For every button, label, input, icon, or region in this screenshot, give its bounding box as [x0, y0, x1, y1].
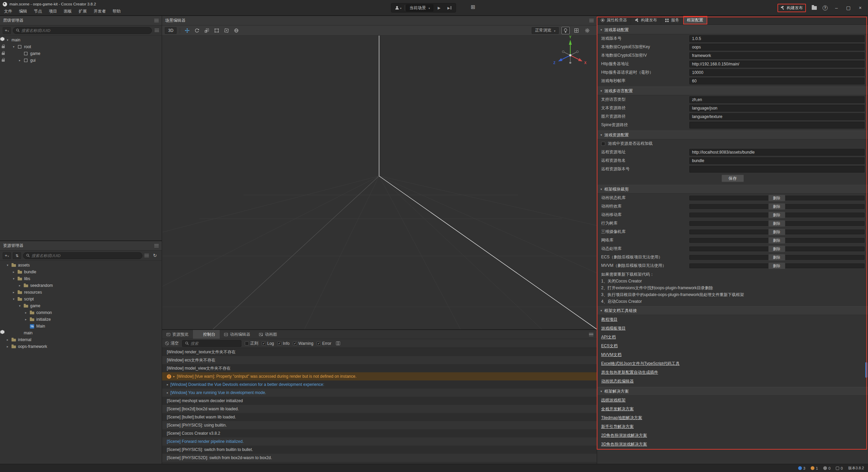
doc-link[interactable]: API文档	[601, 334, 616, 340]
assets-search[interactable]	[23, 252, 142, 259]
lock-icon[interactable]	[2, 53, 5, 55]
doc-link[interactable]: MVVM文档	[601, 352, 622, 358]
expand-arrow-icon[interactable]: ▾	[7, 38, 11, 42]
panel-menu-icon[interactable]	[154, 244, 159, 247]
checkbox-checked-icon[interactable]	[293, 341, 297, 346]
move-tool-button[interactable]	[183, 27, 191, 34]
module-delete-button[interactable]: 删除	[768, 203, 785, 210]
refresh-assets-button[interactable]	[151, 252, 159, 259]
solution-link[interactable]: 3D角色扮演游戏解决方案	[601, 441, 647, 447]
expand-arrow-icon[interactable]: ▸	[25, 318, 29, 321]
log-expander-icon[interactable]: ▸	[167, 383, 169, 386]
doc-link[interactable]: 教程项目	[601, 317, 617, 322]
inspector-tab[interactable]: 服务	[661, 16, 683, 24]
scene-settings-button[interactable]	[583, 27, 591, 34]
scene-viewport[interactable]: Y X Z	[162, 36, 597, 329]
expand-arrow-icon[interactable]: ▾	[13, 297, 17, 301]
grid-toggle-button[interactable]	[572, 27, 580, 34]
expand-arrow-icon[interactable]: ▾	[13, 45, 17, 48]
inspector-tab[interactable]: 框架配置	[683, 16, 707, 24]
field-input[interactable]	[689, 61, 865, 67]
expand-arrow-icon[interactable]: ▾	[19, 304, 23, 308]
task-count[interactable]: 0	[836, 466, 843, 470]
sort-assets-button[interactable]	[13, 252, 21, 259]
doc-link[interactable]: 游戏模板项目	[601, 326, 626, 331]
mode-3d-button[interactable]: 3D	[165, 27, 177, 34]
field-input[interactable]	[689, 105, 865, 112]
doc-link[interactable]: ECS文档	[601, 343, 618, 349]
field-input[interactable]	[689, 157, 865, 164]
checkbox-checked-icon[interactable]	[262, 341, 266, 346]
console-log-row[interactable]: [Window] ecs文件夹不存在	[162, 356, 597, 364]
hierarchy-node[interactable]: ▾ root	[0, 43, 162, 50]
section-header[interactable]: 框架模块裁剪	[597, 185, 868, 194]
play-button[interactable]	[435, 4, 443, 12]
minimize-button[interactable]: –	[833, 5, 840, 11]
console-log-row[interactable]: [Window] model_view文件夹不存在	[162, 364, 597, 372]
warning-count[interactable]: 1	[811, 466, 818, 470]
console-log-row[interactable]: [Scene] [PHYSICS2D]: switch from box2d-w…	[162, 454, 597, 462]
menu-item[interactable]: 面板	[60, 8, 75, 14]
console-tab[interactable]: 动画编辑器	[220, 330, 255, 339]
lock-icon[interactable]	[2, 46, 5, 48]
hierarchy-node[interactable]: game	[0, 50, 162, 57]
checkbox-unchecked-icon[interactable]	[245, 341, 249, 346]
field-input[interactable]	[689, 35, 865, 42]
log-expander-icon[interactable]: ▸	[167, 391, 169, 394]
module-delete-button[interactable]: 删除	[768, 262, 785, 269]
expand-arrow-icon[interactable]: ▸	[25, 311, 29, 314]
expand-arrow-icon[interactable]: ▸	[13, 291, 17, 294]
add-asset-button[interactable]	[3, 252, 11, 259]
clear-console-button[interactable]: 清空	[165, 340, 179, 346]
doc-link[interactable]: 动画状态机编辑器	[601, 378, 634, 384]
help-icon[interactable]	[823, 5, 828, 11]
hierarchy-node[interactable]: ▾ main	[0, 37, 162, 43]
project-folder-icon[interactable]	[812, 6, 817, 10]
menu-item[interactable]: 帮助	[109, 8, 124, 14]
inspector-tab[interactable]: 属性检查器	[597, 16, 631, 24]
view-mode-select[interactable]: 正常浏览	[532, 27, 559, 34]
expand-arrow-icon[interactable]: ▸	[19, 59, 23, 62]
asset-node[interactable]: ▾ game	[0, 302, 162, 309]
doc-link[interactable]: 原生包热更新配置自动生成插件	[601, 370, 658, 375]
section-header[interactable]: 游戏资源配置	[597, 131, 868, 139]
lighting-toggle-button[interactable]	[561, 27, 570, 34]
expand-arrow-icon[interactable]: ▾	[13, 277, 17, 280]
remote-load-checkbox[interactable]	[601, 142, 605, 146]
asset-node[interactable]: ▸ initialize	[0, 316, 162, 323]
asset-node[interactable]: ▾ assets	[0, 262, 162, 269]
current-scene-select[interactable]: 当前场景	[406, 4, 433, 12]
console-log-row[interactable]: [Scene] meshopt wasm decoder initialized	[162, 397, 597, 405]
field-input[interactable]	[689, 96, 865, 103]
transform-tool-button[interactable]	[222, 27, 231, 34]
console-tab[interactable]: 动画图	[255, 330, 281, 339]
console-log-row[interactable]: [Scene] [PHYSICS]: using builtin.	[162, 421, 597, 429]
log-filter-toggle[interactable]: Error	[317, 341, 331, 346]
section-header[interactable]: 框架解决方案	[597, 387, 868, 396]
asset-node[interactable]: Main	[0, 323, 162, 330]
assets-search-input[interactable]	[32, 254, 139, 258]
solution-link[interactable]: 战棋游戏框架	[601, 397, 626, 403]
module-delete-button[interactable]: 删除	[768, 254, 785, 261]
menu-item[interactable]: 扩展	[75, 8, 90, 14]
expand-arrow-icon[interactable]: ▸	[19, 284, 23, 287]
error-count[interactable]: 0	[823, 466, 830, 470]
menu-item[interactable]: 节点	[31, 8, 45, 14]
inspector-tab[interactable]: 构建发布	[631, 16, 661, 24]
expand-arrow-icon[interactable]: ▸	[7, 338, 11, 341]
solution-link[interactable]: 2D角色扮演游戏解决方案	[601, 433, 647, 438]
console-log-row[interactable]: [Window] render_texture文件夹不存在	[162, 348, 597, 356]
console-log-row[interactable]: [Scene] [bullet]:bullet wasm lib loaded.	[162, 413, 597, 421]
info-count[interactable]: 3	[798, 466, 805, 470]
expand-arrow-icon[interactable]: ▸	[7, 345, 11, 348]
menu-item[interactable]: 项目	[45, 8, 60, 14]
solution-link[interactable]: Tiledmap地图解决方案	[601, 415, 642, 421]
field-input[interactable]	[689, 69, 865, 76]
log-filter-toggle[interactable]: Warning	[293, 341, 313, 346]
field-input[interactable]	[689, 122, 865, 129]
asset-node[interactable]: main	[0, 330, 162, 336]
checkbox-checked-icon[interactable]	[277, 341, 281, 346]
scale-tool-button[interactable]	[203, 27, 211, 34]
console-log-row[interactable]: [Scene] Cocos Creator v3.8.2	[162, 429, 597, 437]
maximize-button[interactable]: ▢	[845, 5, 851, 11]
